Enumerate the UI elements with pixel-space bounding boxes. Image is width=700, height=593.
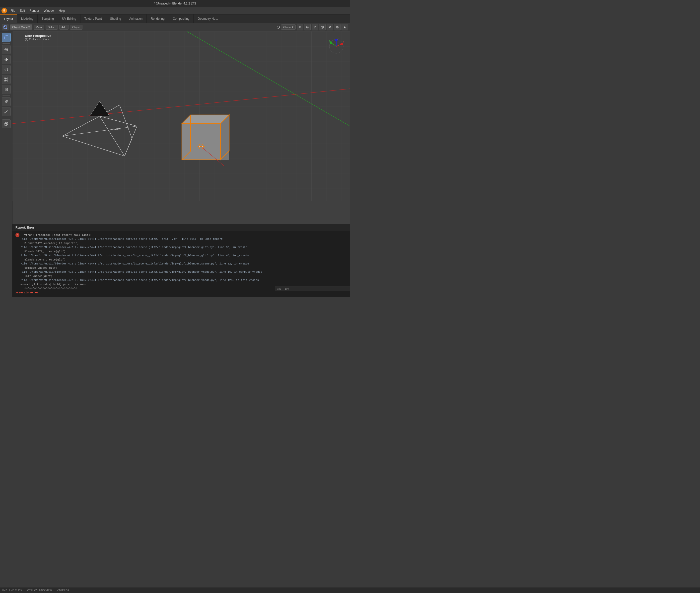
blender-logo: B xyxy=(1,8,7,13)
svg-text:Z: Z xyxy=(337,38,339,41)
cube-object xyxy=(182,115,229,166)
move-tool[interactable] xyxy=(2,55,11,64)
svg-point-4 xyxy=(307,27,308,28)
ruler-mark-180: 180 xyxy=(275,288,283,290)
svg-point-17 xyxy=(6,59,7,60)
overlay-icon[interactable] xyxy=(319,24,325,30)
svg-rect-1 xyxy=(4,26,5,27)
left-tool-panel xyxy=(0,31,12,296)
ruler-mark-190: 190 xyxy=(283,288,291,290)
svg-line-32 xyxy=(5,122,6,123)
menu-edit[interactable]: Edit xyxy=(18,8,27,13)
rotate-tool[interactable] xyxy=(2,65,11,74)
tab-animation[interactable]: Animation xyxy=(125,14,147,23)
mode-selector[interactable]: Object Mode ▾ xyxy=(10,25,32,30)
svg-rect-30 xyxy=(5,123,7,125)
mode-icon[interactable] xyxy=(2,24,8,30)
right-toolbar-items: Global ▾ ⊙ xyxy=(276,24,348,30)
transform-tool[interactable] xyxy=(2,85,11,94)
viewport-3d[interactable]: Cube X Y Z User Perspective (1) Col xyxy=(12,31,350,296)
svg-marker-15 xyxy=(4,59,5,60)
menu-bar: B File Edit Render Window Help xyxy=(0,7,350,14)
cube-label: Cube xyxy=(114,127,121,131)
svg-marker-14 xyxy=(5,60,7,61)
tab-compositing[interactable]: Compositing xyxy=(169,14,194,23)
traceback-line-7: compute_vnodes(gltf) xyxy=(25,266,347,270)
traceback-line-5: BlenderScene.create(gltf) xyxy=(25,258,347,262)
error-panel: Report: Error ✕ Python: Traceback (most … xyxy=(12,224,350,297)
svg-marker-18 xyxy=(5,68,6,70)
main-area: Cube X Y Z User Perspective (1) Col xyxy=(0,31,350,296)
object-menu[interactable]: Object xyxy=(70,25,82,30)
xray-icon[interactable] xyxy=(326,24,333,30)
annotate-tool[interactable] xyxy=(2,97,11,106)
error-header: Report: Error xyxy=(12,224,350,231)
error-icon: ✕ xyxy=(15,233,19,237)
tab-shading[interactable]: Shading xyxy=(106,14,125,23)
tab-modeling[interactable]: Modeling xyxy=(17,14,38,23)
shading-solid[interactable] xyxy=(334,24,341,30)
select-menu[interactable]: Select xyxy=(46,25,58,30)
select-box-tool[interactable] xyxy=(2,33,11,42)
global-selector[interactable]: Global ▾ xyxy=(281,25,296,30)
svg-marker-16 xyxy=(7,59,8,60)
menu-file[interactable]: File xyxy=(8,8,17,13)
add-menu[interactable]: Add xyxy=(59,25,69,30)
measure-tool[interactable] xyxy=(2,107,11,116)
traceback-title: Python: Traceback (most recent call last… xyxy=(23,234,92,237)
traceback-line-0: File "/home/xp/Music/blender-4.2.2-linux… xyxy=(20,237,347,241)
snap-icon[interactable] xyxy=(304,24,311,30)
svg-line-26 xyxy=(6,101,7,102)
svg-text:Y: Y xyxy=(329,40,331,42)
tab-geometry-nodes[interactable]: Geometry No... xyxy=(193,14,222,23)
traceback-line-2: File "/home/xp/Music/blender-4.2.2-linux… xyxy=(20,245,347,249)
tab-texture-paint[interactable]: Texture Paint xyxy=(81,14,106,23)
workspace-tabs: Layout Modeling Sculpting UV Editing Tex… xyxy=(0,14,350,23)
error-first-line: ✕ Python: Traceback (most recent call la… xyxy=(15,233,347,237)
svg-marker-2 xyxy=(277,26,278,27)
add-primitive-tool[interactable] xyxy=(2,119,11,128)
view-menu[interactable]: View xyxy=(34,25,44,30)
traceback-line-8: File "/home/xp/Music/blender-4.2.2-linux… xyxy=(20,270,347,274)
svg-marker-13 xyxy=(5,58,7,59)
title-bar: * (Unsaved) - Blender 4.2.2 LTS xyxy=(0,0,350,7)
viewport-canvas: Cube X Y Z xyxy=(12,31,350,201)
tab-layout[interactable]: Layout xyxy=(0,14,17,23)
tab-rendering[interactable]: Rendering xyxy=(147,14,169,23)
tab-uv-editing[interactable]: UV Editing xyxy=(58,14,81,23)
traceback-line-10: File "/home/xp/Music/blender-4.2.2-linux… xyxy=(20,278,347,282)
proportional-edit-icon[interactable] xyxy=(312,24,318,30)
pivot-icon[interactable]: ⊙ xyxy=(297,24,303,30)
traceback-line-3: BlenderGlTF_.create(gltf) xyxy=(25,249,347,254)
tool-separator-3 xyxy=(2,118,10,118)
ruler: 180 190 xyxy=(275,286,350,291)
scale-tool[interactable] xyxy=(2,75,11,84)
traceback-line-9: init_vnodes(gltf) xyxy=(25,274,347,278)
menu-window[interactable]: Window xyxy=(42,8,56,13)
svg-point-25 xyxy=(5,89,7,90)
traceback-line-11: assert gltf.vnodes[child].parent is None xyxy=(20,282,347,287)
viewport-toolbar: Object Mode ▾ View Select Add Object Glo… xyxy=(0,23,350,31)
title-text: * (Unsaved) - Blender 4.2.2 LTS xyxy=(154,2,196,5)
tab-sculpting[interactable]: Sculpting xyxy=(38,14,58,23)
traceback-line-4: File "/home/xp/Music/blender-4.2.2-linux… xyxy=(20,253,347,258)
menu-render[interactable]: Render xyxy=(28,8,41,13)
svg-point-6 xyxy=(314,27,315,28)
tool-separator-2 xyxy=(2,95,10,96)
svg-text:X: X xyxy=(343,41,344,43)
cursor-tool[interactable] xyxy=(2,45,11,54)
svg-rect-36 xyxy=(12,31,350,201)
traceback-line-1: BlenderGlTF.create(gltf_importer) xyxy=(25,241,347,245)
tool-separator-1 xyxy=(2,43,10,44)
sync-icon xyxy=(276,26,280,29)
menu-help[interactable]: Help xyxy=(57,8,67,13)
svg-rect-9 xyxy=(4,36,8,39)
svg-line-27 xyxy=(5,111,8,113)
shading-rendered[interactable] xyxy=(342,24,348,30)
traceback-line-6: File "/home/xp/Music/blender-4.2.2-linux… xyxy=(20,262,347,266)
